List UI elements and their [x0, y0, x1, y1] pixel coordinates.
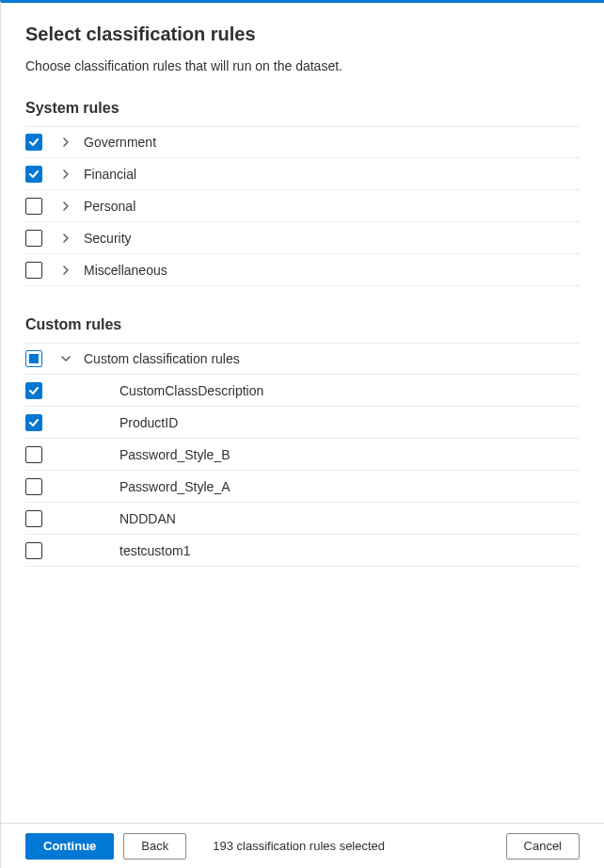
rule-label: Password_Style_B — [84, 447, 230, 462]
custom-rule-row[interactable]: ProductID — [25, 407, 580, 439]
selection-status: 193 classification rules selected — [213, 839, 385, 853]
checkbox[interactable] — [25, 134, 42, 151]
classification-rules-panel: Select classification rules Choose class… — [0, 0, 604, 868]
page-title: Select classification rules — [25, 24, 580, 45]
checkbox[interactable] — [25, 542, 42, 559]
chevron-right-icon[interactable] — [59, 200, 72, 213]
chevron-right-icon[interactable] — [59, 168, 72, 181]
back-button[interactable]: Back — [123, 833, 186, 860]
checkbox[interactable] — [25, 262, 42, 279]
rule-label: Miscellaneous — [84, 263, 167, 278]
continue-button[interactable]: Continue — [25, 833, 114, 860]
checkbox[interactable] — [25, 350, 42, 367]
system-rule-row[interactable]: Financial — [25, 158, 580, 190]
system-rule-row[interactable]: Government — [25, 126, 580, 158]
custom-rule-row[interactable]: CustomClassDescription — [25, 375, 580, 407]
checkbox[interactable] — [25, 414, 42, 431]
rule-label: Password_Style_A — [84, 479, 230, 494]
rule-label: Personal — [84, 199, 135, 214]
system-rules-heading: System rules — [25, 100, 580, 117]
custom-rule-row[interactable]: Password_Style_B — [25, 439, 580, 471]
page-description: Choose classification rules that will ru… — [25, 58, 580, 73]
chevron-down-icon[interactable] — [59, 352, 72, 365]
cancel-button[interactable]: Cancel — [506, 833, 580, 860]
checkbox[interactable] — [25, 166, 42, 183]
checkbox[interactable] — [25, 382, 42, 399]
rule-label: Security — [84, 231, 132, 246]
checkbox[interactable] — [25, 230, 42, 247]
custom-rule-row[interactable]: testcustom1 — [25, 535, 580, 567]
custom-rule-row[interactable]: NDDDAN — [25, 503, 580, 535]
footer-bar: Continue Back 193 classification rules s… — [1, 823, 604, 868]
chevron-right-icon[interactable] — [59, 136, 72, 149]
rule-label: Government — [84, 135, 156, 150]
rule-label: ProductID — [84, 415, 178, 430]
system-rule-row[interactable]: Miscellaneous — [25, 254, 580, 286]
custom-rules-group-row[interactable]: Custom classification rules — [25, 343, 580, 375]
chevron-right-icon[interactable] — [59, 232, 72, 245]
system-rule-row[interactable]: Security — [25, 222, 580, 254]
rule-label: NDDDAN — [84, 511, 176, 526]
chevron-right-icon[interactable] — [59, 264, 72, 277]
rule-label: CustomClassDescription — [84, 383, 263, 398]
custom-rules-heading: Custom rules — [25, 316, 580, 333]
checkbox[interactable] — [25, 198, 42, 215]
system-rule-row[interactable]: Personal — [25, 190, 580, 222]
custom-rule-row[interactable]: Password_Style_A — [25, 471, 580, 503]
checkbox[interactable] — [25, 510, 42, 527]
rule-label: testcustom1 — [84, 543, 190, 558]
checkbox[interactable] — [25, 478, 42, 495]
checkbox[interactable] — [25, 446, 42, 463]
rule-label: Financial — [84, 167, 136, 182]
rule-label: Custom classification rules — [84, 351, 240, 366]
